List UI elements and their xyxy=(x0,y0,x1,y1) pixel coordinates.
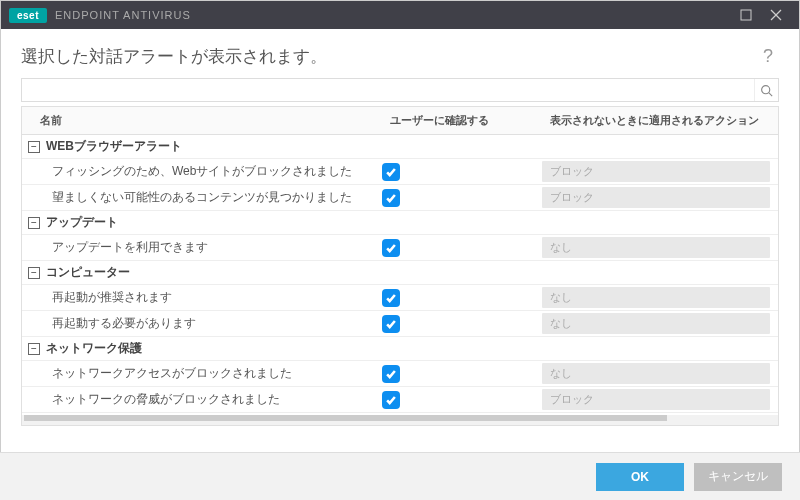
collapse-icon[interactable]: − xyxy=(28,267,40,279)
ask-user-checkbox[interactable] xyxy=(382,289,400,307)
group-label: アップデート xyxy=(46,214,118,231)
action-cell: なし xyxy=(542,237,778,258)
alert-name: 再起動が推奨されます xyxy=(22,289,382,306)
ask-cell xyxy=(382,365,542,383)
group-row[interactable]: −ネットワーク保護 xyxy=(22,337,778,361)
cancel-button[interactable]: キャンセル xyxy=(694,463,782,491)
table-row: 再起動が推奨されますなし xyxy=(22,285,778,311)
default-action-select[interactable]: なし xyxy=(542,287,770,308)
collapse-icon[interactable]: − xyxy=(28,217,40,229)
action-cell: ブロック xyxy=(542,187,778,208)
alert-name: アップデートを利用できます xyxy=(22,239,382,256)
ask-user-checkbox[interactable] xyxy=(382,391,400,409)
default-action-select[interactable]: ブロック xyxy=(542,161,770,182)
alerts-table: 名前 ユーザーに確認する 表示されないときに適用されるアクション −WEBブラウ… xyxy=(21,106,779,426)
dialog-footer: OK キャンセル xyxy=(0,452,800,500)
alert-name: 再起動する必要があります xyxy=(22,315,382,332)
default-action-select[interactable]: なし xyxy=(542,237,770,258)
svg-rect-0 xyxy=(741,10,751,20)
ask-user-checkbox[interactable] xyxy=(382,163,400,181)
titlebar: eset ENDPOINT ANTIVIRUS xyxy=(1,1,799,29)
table-row: 再起動する必要がありますなし xyxy=(22,311,778,337)
default-action-select[interactable]: ブロック xyxy=(542,389,770,410)
ask-cell xyxy=(382,289,542,307)
search-icon[interactable] xyxy=(754,79,778,101)
product-name: ENDPOINT ANTIVIRUS xyxy=(55,9,191,21)
col-ask-header: ユーザーに確認する xyxy=(382,107,542,134)
brand-badge: eset xyxy=(9,8,47,23)
window-minimize-button[interactable] xyxy=(731,1,761,29)
action-cell: なし xyxy=(542,313,778,334)
svg-point-3 xyxy=(762,85,770,93)
collapse-icon[interactable]: − xyxy=(28,141,40,153)
ask-cell xyxy=(382,239,542,257)
horizontal-scrollbar[interactable] xyxy=(22,415,778,425)
table-body: −WEBブラウザーアラートフィッシングのため、Webサイトがブロックされましたブ… xyxy=(22,135,778,413)
alert-name: ネットワークの脅威がブロックされました xyxy=(22,391,382,408)
table-row: アップデートを利用できますなし xyxy=(22,235,778,261)
ask-user-checkbox[interactable] xyxy=(382,315,400,333)
action-cell: なし xyxy=(542,363,778,384)
col-action-header: 表示されないときに適用されるアクション xyxy=(542,107,778,134)
search-input[interactable] xyxy=(22,79,754,101)
table-row: フィッシングのため、Webサイトがブロックされましたブロック xyxy=(22,159,778,185)
group-row[interactable]: −アップデート xyxy=(22,211,778,235)
alert-name: フィッシングのため、Webサイトがブロックされました xyxy=(22,163,382,180)
default-action-select[interactable]: なし xyxy=(542,363,770,384)
ask-cell xyxy=(382,163,542,181)
group-label: ネットワーク保護 xyxy=(46,340,142,357)
col-name-header: 名前 xyxy=(22,107,382,134)
group-label: コンピューター xyxy=(46,264,130,281)
table-header: 名前 ユーザーに確認する 表示されないときに適用されるアクション xyxy=(22,107,778,135)
window-close-button[interactable] xyxy=(761,1,791,29)
alert-name: ネットワークアクセスがブロックされました xyxy=(22,365,382,382)
action-cell: なし xyxy=(542,287,778,308)
ask-user-checkbox[interactable] xyxy=(382,365,400,383)
table-row: ネットワークアクセスがブロックされましたなし xyxy=(22,361,778,387)
group-row[interactable]: −コンピューター xyxy=(22,261,778,285)
ok-button[interactable]: OK xyxy=(596,463,684,491)
page-title: 選択した対話アラートが表示されます。 xyxy=(21,45,757,68)
action-cell: ブロック xyxy=(542,161,778,182)
dialog-header: 選択した対話アラートが表示されます。 ? xyxy=(1,29,799,78)
action-cell: ブロック xyxy=(542,389,778,410)
table-row: 望ましくない可能性のあるコンテンツが見つかりましたブロック xyxy=(22,185,778,211)
ask-user-checkbox[interactable] xyxy=(382,239,400,257)
ask-cell xyxy=(382,189,542,207)
ask-cell xyxy=(382,315,542,333)
alert-name: 望ましくない可能性のあるコンテンツが見つかりました xyxy=(22,189,382,206)
collapse-icon[interactable]: − xyxy=(28,343,40,355)
search-bar xyxy=(21,78,779,102)
svg-line-4 xyxy=(769,92,772,95)
group-row[interactable]: −WEBブラウザーアラート xyxy=(22,135,778,159)
default-action-select[interactable]: ブロック xyxy=(542,187,770,208)
ask-cell xyxy=(382,391,542,409)
ask-user-checkbox[interactable] xyxy=(382,189,400,207)
help-button[interactable]: ? xyxy=(757,46,779,67)
table-row: ネットワークの脅威がブロックされましたブロック xyxy=(22,387,778,413)
default-action-select[interactable]: なし xyxy=(542,313,770,334)
group-label: WEBブラウザーアラート xyxy=(46,138,182,155)
